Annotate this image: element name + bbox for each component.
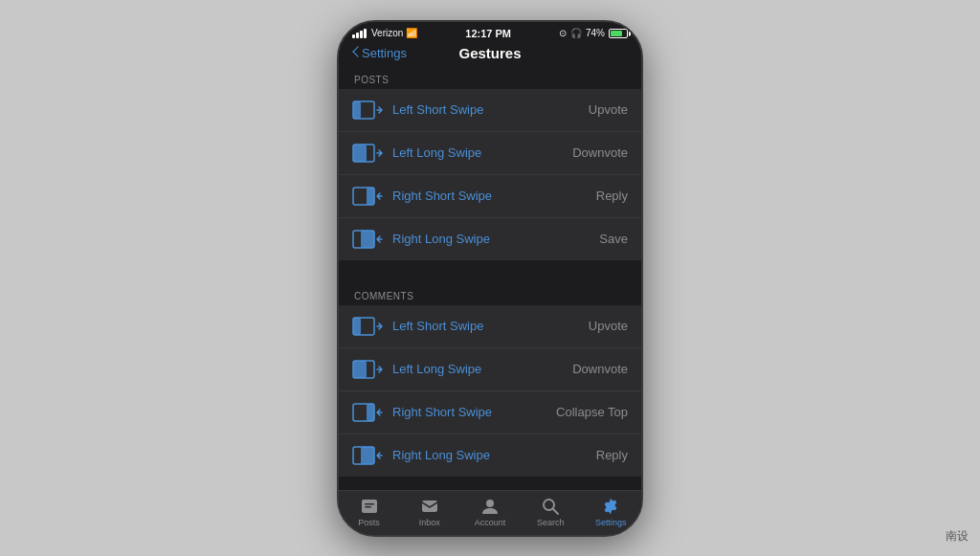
swipe-icon-left-short — [352, 315, 383, 338]
svg-rect-22 — [365, 506, 371, 508]
tab-inbox[interactable]: Inbox — [407, 497, 453, 527]
tab-settings[interactable]: Settings — [588, 497, 634, 527]
svg-rect-13 — [367, 404, 374, 421]
item-value: Upvote — [589, 319, 628, 333]
swipe-icon-right-short — [352, 185, 383, 208]
tab-account-label: Account — [475, 518, 506, 527]
swipe-icon-right-long — [352, 444, 383, 467]
item-value: Downvote — [572, 362, 628, 376]
search-icon — [541, 497, 560, 516]
item-value: Collapse Top — [556, 405, 628, 419]
settings-icon — [601, 497, 620, 516]
tab-search-label: Search — [537, 518, 565, 527]
swipe-icon-left-long — [352, 142, 383, 165]
section-list-comments: Left Short SwipeUpvote Left Long SwipeDo… — [339, 305, 641, 477]
account-icon — [480, 497, 500, 516]
back-button[interactable]: Settings — [352, 46, 407, 60]
location-icon: ⊙ — [559, 28, 567, 38]
swipe-icon-left-short — [352, 99, 383, 122]
list-item-posts-3[interactable]: Right Long SwipeSave — [339, 218, 641, 260]
phone-frame: Verizon 📶 12:17 PM ⊙ 🎧 74% Settings Gest… — [337, 20, 643, 537]
carrier-label: Verizon — [371, 28, 403, 38]
status-right: ⊙ 🎧 74% — [559, 28, 628, 38]
section-list-posts: Left Short SwipeUpvote Left Long SwipeDo… — [339, 89, 641, 260]
svg-line-26 — [553, 509, 558, 514]
wifi-icon: 📶 — [406, 28, 417, 38]
nav-title: Gestures — [458, 45, 521, 61]
nav-bar: Settings Gestures — [339, 41, 641, 67]
svg-rect-15 — [361, 447, 374, 464]
status-time: 12:17 PM — [465, 28, 511, 39]
item-value: Reply — [596, 448, 628, 462]
svg-point-24 — [486, 500, 494, 507]
tab-account[interactable]: Account — [467, 497, 513, 527]
item-label: Right Long Swipe — [392, 232, 599, 246]
svg-rect-11 — [353, 361, 367, 378]
tab-bar: Posts Inbox Account — [339, 490, 641, 535]
list-item-posts-2[interactable]: Right Short SwipeReply — [339, 175, 641, 218]
item-label: Left Long Swipe — [392, 145, 572, 160]
item-value: Upvote — [589, 102, 628, 117]
svg-rect-9 — [353, 318, 361, 335]
item-label: Right Long Swipe — [392, 448, 596, 462]
item-label: Left Short Swipe — [392, 319, 589, 333]
swipe-icon-left-long — [352, 358, 383, 381]
svg-rect-7 — [361, 231, 374, 248]
tab-settings-label: Settings — [595, 518, 627, 527]
list-item-comments-0[interactable]: Left Short SwipeUpvote — [339, 305, 641, 348]
tab-inbox-label: Inbox — [419, 518, 440, 527]
list-item-comments-1[interactable]: Left Long SwipeDownvote — [339, 348, 641, 391]
item-value: Downvote — [572, 145, 628, 160]
section-separator — [339, 260, 641, 283]
svg-rect-1 — [353, 101, 361, 119]
item-label: Right Short Swipe — [392, 405, 556, 419]
svg-rect-23 — [422, 500, 437, 512]
section-separator — [339, 477, 641, 490]
tab-search[interactable]: Search — [527, 497, 573, 527]
list-item-posts-1[interactable]: Left Long SwipeDownvote — [339, 132, 641, 175]
list-item-posts-0[interactable]: Left Short SwipeUpvote — [339, 89, 641, 132]
status-bar: Verizon 📶 12:17 PM ⊙ 🎧 74% — [339, 22, 641, 41]
swipe-icon-right-short — [352, 401, 383, 424]
swipe-icon-right-long — [352, 228, 383, 251]
signal-bar-2 — [356, 33, 359, 38]
signal-bar-4 — [364, 29, 367, 38]
item-value: Reply — [596, 189, 628, 203]
signal-bar-3 — [360, 31, 363, 38]
section-header-comments: COMMENTS — [339, 283, 641, 305]
item-value: Save — [599, 232, 628, 246]
svg-rect-5 — [367, 188, 374, 205]
chevron-left-icon — [352, 47, 360, 58]
svg-rect-21 — [365, 503, 374, 505]
watermark: 南设 — [946, 528, 969, 545]
item-label: Left Long Swipe — [392, 362, 572, 376]
item-label: Right Short Swipe — [392, 189, 596, 203]
list-item-comments-2[interactable]: Right Short SwipeCollapse Top — [339, 391, 641, 434]
back-label: Settings — [362, 46, 407, 60]
battery-fill — [611, 31, 622, 36]
status-left: Verizon 📶 — [352, 28, 417, 38]
battery-percent: 74% — [586, 28, 605, 38]
signal-bars — [352, 29, 367, 38]
svg-rect-3 — [353, 145, 367, 162]
tab-posts-label: Posts — [358, 518, 380, 527]
headphone-icon: 🎧 — [570, 28, 582, 38]
list-item-comments-3[interactable]: Right Long SwipeReply — [339, 434, 641, 477]
signal-bar-1 — [352, 34, 355, 38]
posts-icon — [360, 497, 379, 516]
battery-icon — [609, 29, 628, 38]
inbox-icon — [420, 497, 439, 516]
tab-posts[interactable]: Posts — [346, 497, 392, 527]
item-label: Left Short Swipe — [392, 102, 589, 117]
section-header-posts: POSTS — [339, 67, 641, 89]
content[interactable]: POSTS Left Short SwipeUpvote Left Long S… — [339, 67, 641, 490]
